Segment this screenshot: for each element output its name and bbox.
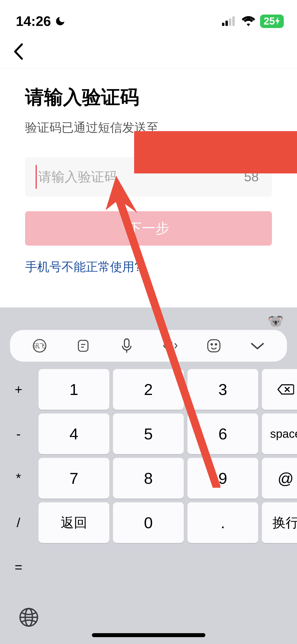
collapse-keyboard-icon[interactable]: [249, 338, 265, 354]
status-left: 14:26: [16, 13, 66, 29]
svg-rect-11: [124, 339, 129, 347]
svg-rect-1: [225, 21, 228, 26]
key-9[interactable]: 9: [187, 458, 258, 499]
backspace-icon: [277, 383, 294, 396]
emoji-icon[interactable]: [206, 338, 222, 354]
keyboard-toolbar: 讯飞: [10, 330, 287, 362]
chevron-left-icon: [13, 43, 23, 60]
koala-emoji-icon[interactable]: 🐨: [267, 314, 284, 329]
globe-icon: [18, 607, 39, 628]
key-equals[interactable]: =: [2, 547, 35, 587]
key-plus[interactable]: +: [2, 369, 35, 410]
keyboard-emoji-hint-row: 🐨: [0, 307, 297, 330]
key-minus[interactable]: -: [2, 413, 35, 454]
status-right: 25: [222, 15, 284, 28]
key-at[interactable]: @: [262, 458, 297, 499]
redaction-box: [134, 131, 297, 173]
key-backspace[interactable]: [262, 369, 297, 410]
key-4[interactable]: 4: [39, 413, 109, 454]
keyboard: 🐨 讯飞 + 1 2 3 - 4 5 6 space: [0, 307, 297, 644]
svg-rect-8: [78, 340, 88, 351]
microphone-icon[interactable]: [119, 338, 135, 354]
status-time: 14:26: [16, 13, 51, 29]
clipboard-icon[interactable]: [75, 338, 91, 354]
svg-point-14: [211, 344, 212, 345]
svg-rect-13: [208, 340, 220, 352]
key-newline[interactable]: 换行: [262, 502, 297, 543]
next-button[interactable]: 下一步: [25, 211, 272, 246]
main-content: 请输入验证码 验证码已通过短信发送至 58 下一步 手机号不能正常使用?: [0, 69, 297, 275]
svg-rect-2: [229, 19, 231, 26]
wifi-icon: [242, 16, 255, 26]
home-indicator[interactable]: [92, 633, 205, 637]
page-title: 请输入验证码: [25, 85, 272, 110]
cursor-move-icon[interactable]: [162, 338, 178, 354]
key-0[interactable]: 0: [113, 502, 184, 543]
key-5[interactable]: 5: [113, 413, 184, 454]
key-8[interactable]: 8: [113, 458, 184, 499]
svg-rect-0: [222, 23, 224, 26]
keyboard-grid: + 1 2 3 - 4 5 6 space * 7 8 9 @ / 返回 0 .…: [0, 369, 297, 591]
dnd-moon-icon: [55, 16, 66, 27]
svg-point-15: [215, 344, 216, 345]
globe-button[interactable]: [18, 607, 40, 628]
key-slash[interactable]: /: [2, 502, 35, 543]
phone-help-link[interactable]: 手机号不能正常使用?: [25, 260, 141, 274]
key-6[interactable]: 6: [187, 413, 258, 454]
status-bar: 14:26 25: [0, 0, 297, 34]
svg-rect-3: [232, 16, 235, 26]
svg-text:讯飞: 讯飞: [34, 343, 45, 349]
back-button[interactable]: [11, 44, 26, 59]
text-cursor: [36, 165, 37, 189]
key-asterisk[interactable]: *: [2, 458, 35, 499]
cellular-signal-icon: [222, 16, 237, 26]
key-space[interactable]: space: [262, 413, 297, 454]
key-2[interactable]: 2: [113, 369, 184, 410]
key-7[interactable]: 7: [39, 458, 109, 499]
key-return[interactable]: 返回: [39, 502, 109, 543]
nav-bar: [0, 34, 297, 69]
key-1[interactable]: 1: [39, 369, 109, 410]
key-period[interactable]: .: [187, 502, 258, 543]
ime-xunfei-icon[interactable]: 讯飞: [32, 338, 48, 354]
key-3[interactable]: 3: [187, 369, 258, 410]
battery-indicator: 25: [260, 15, 284, 28]
